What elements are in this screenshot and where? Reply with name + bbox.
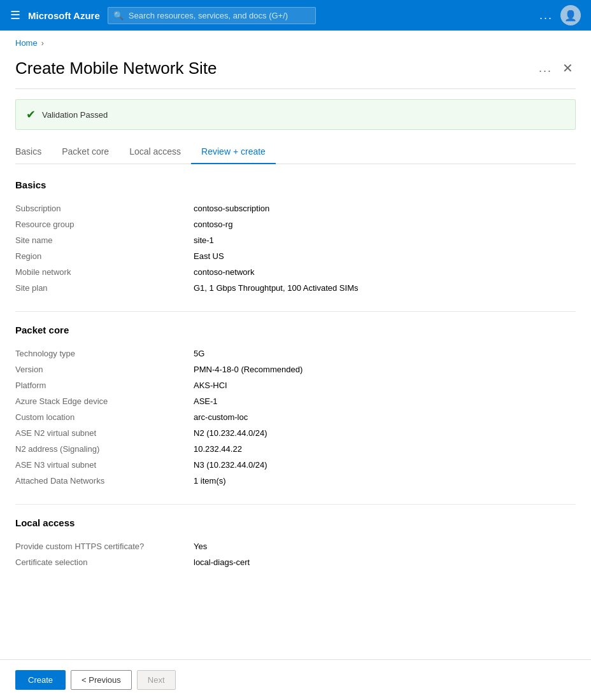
field-platform: Platform AKS-HCI (15, 377, 576, 393)
next-button: Next (137, 670, 176, 690)
field-value-ase-n2-subnet: N2 (10.232.44.0/24) (194, 428, 267, 438)
field-subscription: Subscription contoso-subscription (15, 200, 576, 216)
field-value-https-cert: Yes (194, 542, 207, 551)
local-access-section: Local access Provide custom HTTPS certif… (15, 517, 576, 570)
page-more-icon[interactable]: ... (539, 62, 552, 75)
field-value-n2-address: 10.232.44.22 (194, 444, 242, 454)
field-site-name: Site name site-1 (15, 232, 576, 248)
field-label-custom-location: Custom location (15, 412, 194, 422)
field-label-cert-selection: Certificate selection (15, 557, 194, 567)
field-value-subscription: contoso-subscription (194, 204, 269, 213)
topbar: ☰ Microsoft Azure 🔍 ... 👤 (0, 0, 591, 31)
field-label-ase-n2-subnet: ASE N2 virtual subnet (15, 428, 194, 438)
packet-core-section-title: Packet core (15, 325, 576, 335)
search-wrap: 🔍 (108, 7, 316, 24)
field-value-region: East US (194, 251, 224, 261)
field-mobile-network: Mobile network contoso-network (15, 264, 576, 280)
field-label-region: Region (15, 251, 194, 261)
field-ase-n2-subnet: ASE N2 virtual subnet N2 (10.232.44.0/24… (15, 425, 576, 441)
field-attached-networks: Attached Data Networks 1 item(s) (15, 473, 576, 489)
field-label-platform: Platform (15, 381, 194, 390)
field-value-ase-n3-subnet: N3 (10.232.44.0/24) (194, 460, 267, 470)
validation-text: Validation Passed (42, 110, 108, 120)
create-button[interactable]: Create (15, 670, 66, 690)
field-label-site-plan: Site plan (15, 283, 194, 293)
footer: Create < Previous Next (0, 659, 591, 700)
field-label-https-cert: Provide custom HTTPS certificate? (15, 542, 194, 551)
field-label-n2-address: N2 address (Signaling) (15, 444, 194, 454)
field-n2-address: N2 address (Signaling) 10.232.44.22 (15, 441, 576, 457)
divider-1 (15, 311, 576, 312)
validation-banner: ✔ Validation Passed (15, 99, 576, 130)
packet-core-section: Packet core Technology type 5G Version P… (15, 325, 576, 489)
topbar-more-icon[interactable]: ... (539, 9, 553, 22)
tab-packet-core[interactable]: Packet core (52, 140, 119, 164)
main-content: Home › Create Mobile Network Site ... ✕ … (0, 31, 591, 659)
field-value-cert-selection: local-diags-cert (194, 557, 250, 567)
field-value-platform: AKS-HCI (194, 381, 227, 390)
field-cert-selection: Certificate selection local-diags-cert (15, 554, 576, 570)
field-label-attached-networks: Attached Data Networks (15, 476, 194, 486)
tab-review-create[interactable]: Review + create (191, 140, 276, 164)
field-version: Version PMN-4-18-0 (Recommended) (15, 361, 576, 377)
previous-button[interactable]: < Previous (71, 670, 132, 690)
avatar[interactable]: 👤 (560, 5, 581, 25)
field-label-technology-type: Technology type (15, 349, 194, 358)
field-value-version: PMN-4-18-0 (Recommended) (194, 365, 303, 374)
validation-check-icon: ✔ (26, 108, 36, 122)
field-label-site-name: Site name (15, 235, 194, 245)
field-value-mobile-network: contoso-network (194, 267, 254, 277)
field-technology-type: Technology type 5G (15, 346, 576, 361)
field-https-cert: Provide custom HTTPS certificate? Yes (15, 538, 576, 554)
field-value-technology-type: 5G (194, 349, 204, 358)
breadcrumb: Home › (15, 31, 576, 53)
field-ase-device: Azure Stack Edge device ASE-1 (15, 393, 576, 409)
field-custom-location: Custom location arc-custom-loc (15, 409, 576, 425)
field-value-custom-location: arc-custom-loc (194, 412, 248, 422)
tab-basics[interactable]: Basics (15, 140, 52, 164)
field-label-version: Version (15, 365, 194, 374)
azure-logo: Microsoft Azure (28, 10, 100, 21)
hamburger-icon[interactable]: ☰ (10, 8, 20, 22)
breadcrumb-separator: › (41, 39, 44, 48)
field-value-ase-device: ASE-1 (194, 396, 218, 406)
divider-2 (15, 504, 576, 505)
breadcrumb-home[interactable]: Home (15, 38, 38, 48)
field-ase-n3-subnet: ASE N3 virtual subnet N3 (10.232.44.0/24… (15, 457, 576, 473)
tabs: Basics Packet core Local access Review +… (15, 140, 576, 164)
field-value-resource-group: contoso-rg (194, 220, 232, 229)
field-label-mobile-network: Mobile network (15, 267, 194, 277)
field-region: Region East US (15, 248, 576, 264)
field-value-attached-networks: 1 item(s) (194, 476, 226, 486)
basics-section-title: Basics (15, 179, 576, 190)
field-label-resource-group: Resource group (15, 220, 194, 229)
search-input[interactable] (108, 7, 316, 24)
field-value-site-name: site-1 (194, 235, 214, 245)
field-label-ase-n3-subnet: ASE N3 virtual subnet (15, 460, 194, 470)
field-label-subscription: Subscription (15, 204, 194, 213)
content-body: Basics Subscription contoso-subscription… (15, 164, 576, 659)
field-resource-group: Resource group contoso-rg (15, 216, 576, 232)
field-value-site-plan: G1, 1 Gbps Throughtput, 100 Activated SI… (194, 283, 358, 293)
search-icon: 🔍 (113, 11, 124, 20)
field-label-ase-device: Azure Stack Edge device (15, 396, 194, 406)
page-title: Create Mobile Network Site (15, 59, 531, 78)
field-site-plan: Site plan G1, 1 Gbps Throughtput, 100 Ac… (15, 280, 576, 296)
tab-local-access[interactable]: Local access (119, 140, 191, 164)
basics-section: Basics Subscription contoso-subscription… (15, 179, 576, 296)
close-icon[interactable]: ✕ (560, 58, 576, 78)
local-access-section-title: Local access (15, 517, 576, 528)
page-header: Create Mobile Network Site ... ✕ (15, 53, 576, 89)
